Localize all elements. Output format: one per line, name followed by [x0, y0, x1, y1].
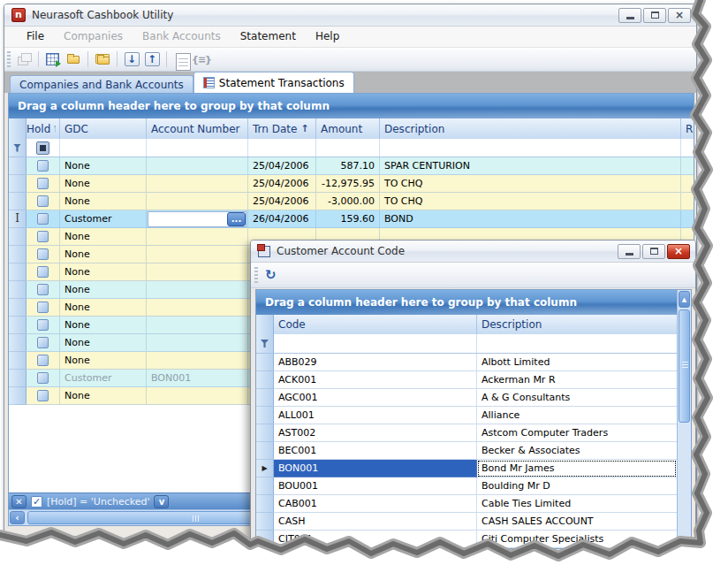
column-header-description[interactable]: Description [380, 118, 681, 139]
list-item[interactable]: BOU001 Boulding Mr D [256, 477, 677, 495]
account-number-cell[interactable] [147, 387, 248, 405]
gdc-cell[interactable]: None [60, 228, 147, 246]
list-item[interactable]: CAB001 Cable Ties Limited [256, 495, 677, 513]
hold-cell[interactable] [27, 317, 60, 334]
menu-item-statement[interactable]: Statement [231, 27, 306, 47]
list-item[interactable]: AST002 Astcom Computer Traders [256, 424, 677, 442]
list-item[interactable]: ABB029 Albott Limited [256, 354, 677, 371]
maximize-button[interactable] [643, 8, 666, 23]
hold-checkbox[interactable] [37, 355, 49, 366]
gdc-cell[interactable]: None [60, 246, 147, 263]
list-item[interactable]: BEC001 Becker & Associates [256, 442, 677, 460]
description-cell[interactable]: BOND [380, 210, 681, 228]
filter-date-cell[interactable] [248, 139, 316, 157]
braces-icon[interactable]: {≡} [193, 50, 210, 68]
group-by-band[interactable]: Drag a column header here to group by th… [256, 290, 677, 315]
list-item[interactable]: CASH CASH SALES ACCOUNT [256, 513, 677, 531]
amount-cell[interactable]: -3,000.00 [316, 193, 380, 210]
filter-hold-cell[interactable] [27, 139, 60, 157]
tab-companies-and-bank-accounts[interactable]: Companies and Bank Accounts [10, 75, 193, 93]
column-header-hold[interactable]: Hold [27, 118, 60, 139]
account-number-cell[interactable] [147, 157, 248, 175]
filter-account-cell[interactable] [147, 139, 248, 157]
list-item[interactable]: ACK001 Ackerman Mr R [256, 371, 677, 389]
hold-cell[interactable] [27, 263, 60, 281]
code-cell[interactable]: BOU001 [274, 477, 477, 495]
remove-filter-button[interactable]: ✕ [11, 495, 27, 508]
code-cell[interactable]: BEC001 [274, 442, 477, 460]
folder-open-icon[interactable] [64, 50, 82, 68]
list-item[interactable]: ▶ BON001 Bond Mr James [256, 460, 677, 477]
account-number-cell[interactable] [147, 352, 248, 370]
account-number-cell[interactable] [147, 175, 248, 193]
account-number-input[interactable] [148, 213, 227, 225]
gdc-cell[interactable]: None [60, 281, 147, 299]
account-number-cell[interactable] [147, 317, 248, 334]
toolbar-grip[interactable] [254, 267, 258, 283]
hold-checkbox[interactable] [37, 372, 49, 384]
table-import-icon[interactable] [44, 50, 62, 68]
list-item[interactable]: CIT001 Citi Computer Specialists [256, 531, 677, 548]
hold-cell[interactable] [27, 370, 60, 387]
amount-cell[interactable]: -12,975.95 [316, 175, 380, 193]
filter-enabled-checkbox[interactable]: ✓ [31, 496, 42, 508]
hold-cell[interactable] [27, 387, 60, 405]
gdc-cell[interactable]: None [60, 175, 147, 193]
gdc-cell[interactable]: None [60, 317, 147, 334]
filter-description-cell[interactable] [380, 139, 681, 157]
gdc-cell[interactable]: Customer [60, 370, 147, 387]
code-cell[interactable]: CASH [274, 513, 477, 531]
gdc-cell[interactable]: None [60, 263, 147, 281]
menu-item-file[interactable]: File [17, 27, 54, 47]
table-row[interactable]: None 25/04/2006 -12,975.95 TO CHQ [9, 175, 694, 193]
gdc-cell[interactable]: None [60, 193, 147, 210]
gdc-cell[interactable]: None [60, 299, 147, 317]
tab-statement-transactions[interactable]: Statement Transactions [193, 72, 354, 93]
vertical-scrollbar[interactable]: ▲ [677, 290, 691, 548]
arrow-up-icon[interactable]: ↑ [143, 50, 161, 68]
account-number-cell[interactable]: BON001 [147, 370, 248, 387]
column-header-r[interactable]: R [681, 118, 694, 139]
toolbar-grip[interactable] [7, 51, 11, 67]
trn-date-cell[interactable]: 25/04/2006 [248, 193, 316, 210]
gdc-cell[interactable]: None [60, 157, 147, 175]
code-cell[interactable]: ABB029 [274, 354, 477, 371]
code-cell[interactable]: CAB001 [274, 495, 477, 513]
description-cell[interactable]: Boulding Mr D [477, 477, 677, 495]
table-row[interactable]: None 25/04/2006 587.10 SPAR CENTURION [9, 157, 694, 175]
column-header-gdc[interactable]: GDC [60, 118, 147, 139]
description-cell[interactable]: Albott Limited [477, 354, 677, 371]
filter-gdc-cell[interactable] [60, 139, 147, 157]
description-cell[interactable]: A & G Consultants [477, 389, 677, 407]
code-cell[interactable]: AST002 [274, 424, 477, 442]
list-item[interactable]: ALL001 Alliance [256, 407, 677, 424]
code-cell[interactable]: ACK001 [274, 371, 477, 389]
hold-checkbox[interactable] [37, 390, 49, 401]
account-number-cell[interactable] [147, 228, 248, 246]
amount-cell[interactable]: 159.60 [316, 210, 380, 228]
account-number-cell[interactable] [147, 299, 248, 317]
column-header-code[interactable]: Code [274, 315, 477, 334]
code-cell[interactable]: AGC001 [274, 389, 477, 407]
hold-cell[interactable] [27, 334, 60, 352]
minimize-button[interactable] [618, 8, 641, 23]
filter-funnel-icon[interactable] [54, 126, 56, 133]
account-number-cell[interactable] [147, 193, 248, 210]
menu-item-help[interactable]: Help [306, 27, 349, 47]
description-cell[interactable]: CASH SALES ACCOUNT [477, 513, 677, 531]
description-cell[interactable]: TO CHQ [380, 175, 681, 193]
hold-checkbox[interactable] [37, 213, 49, 225]
hold-checkbox[interactable] [37, 178, 49, 189]
trn-date-cell[interactable]: 25/04/2006 [248, 175, 316, 193]
gdc-cell[interactable]: None [60, 352, 147, 370]
hold-checkbox[interactable] [37, 302, 49, 313]
group-by-band[interactable]: Drag a column header here to group by th… [9, 94, 694, 118]
trn-date-cell[interactable]: 25/04/2006 [248, 157, 316, 175]
document-icon[interactable] [172, 50, 190, 68]
hold-checkbox[interactable] [37, 319, 49, 331]
account-number-cell[interactable]: ... [147, 210, 248, 228]
gdc-cell[interactable]: None [60, 334, 147, 352]
description-cell[interactable]: Ackerman Mr R [477, 371, 677, 389]
filter-amount-cell[interactable] [316, 139, 380, 157]
account-number-cell[interactable] [147, 281, 248, 299]
